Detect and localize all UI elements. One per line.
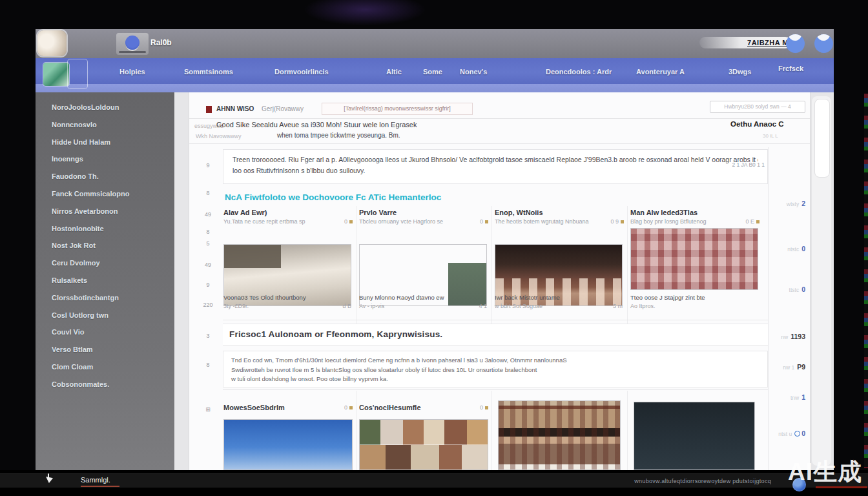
card-footer-title[interactable]: Tteo oose J Stajpgr zint bte [630,294,758,301]
nav-item-some[interactable]: Some [423,68,442,76]
card-image-bluesky[interactable] [223,419,353,470]
card-image-dark[interactable] [634,402,755,470]
card-title[interactable]: Prvlo Varre [359,209,488,216]
sidebar-item-14[interactable]: Verso Btlam [36,341,174,358]
scrollbar-thumb[interactable] [814,99,830,178]
card-image-tapestry[interactable] [630,228,758,290]
sidebar-item-13[interactable]: Couvl Vio [36,324,174,341]
rail-icon-1: 8 [201,190,215,196]
card-footer-count: 5 m [613,303,623,309]
scrollbar[interactable] [812,96,831,466]
card-subtitle: Yu.Tata ne cuse repit ertbma sp [223,218,342,225]
stat-label: wtsty [787,201,799,207]
cloud-button-icon[interactable] [786,34,805,53]
card-title[interactable]: Cos'noclHesumfle [359,404,480,411]
content-card[interactable]: MowesSoeSbdrlm0 [223,404,353,470]
circle-icon [794,431,800,437]
sidebar-item-12[interactable]: Cosl Uotlorg twn [36,307,174,324]
header-link[interactable]: Oethu Anaoc C [730,120,807,128]
rail-icon-7: 220 [201,302,215,308]
card-title[interactable]: Enop, WtNoiis [495,209,624,216]
count-icon [349,406,353,409]
stats-rail: wtsty2 ntstc0 ttstc0 nw1193 nw 1P9 tnw1 … [768,147,811,470]
nav-item-holpies[interactable]: Holpies [119,68,145,76]
nav-item-avonteruyar[interactable]: Avonteruyar A [636,68,685,76]
stat-value: 2 [801,200,805,207]
count-icon [485,406,488,409]
sidebar-item-5[interactable]: Fanck Commsicalopno [36,185,174,203]
sidebar-item-9[interactable]: Ceru Dvolmoy [36,254,174,272]
stat-entry: ntst u0 [751,427,805,439]
card-title[interactable]: Alav Ad Ewr) [223,209,353,216]
sidebar-item-15[interactable]: Clom Cloam [36,358,174,376]
taskbar: Sammlgl. wnubovw.altufeqtdiorrsorewoytde… [0,470,868,496]
card-footer-title[interactable]: Voona03 Tes Olod Ithourtbony [223,294,351,301]
user-avatar[interactable] [37,30,67,56]
profile-button-icon[interactable] [814,34,833,53]
section1-heading[interactable]: NcA Fiwtfoloto we Dochovoore Fc ATic Hem… [225,192,441,202]
nav-item-frcfsck[interactable]: Frcfsck [778,65,803,72]
sidebar-item-2[interactable]: Hidde Und Halam [36,134,174,151]
card-footer-count: 4 1 [479,303,487,309]
titlebar-search[interactable]: 7AIBZHA M [699,37,791,48]
sidebar-item-8[interactable]: Nost Jok Rot [36,237,174,254]
content-card[interactable]: Cos'noclHesumfle0 [359,404,488,470]
section2-paragraph: Tnd Eo cod wn, Tmom d'6h1/30nt loecut di… [223,351,768,388]
desktop-background: Ral0b 7AIBZHA M Holpies Sommtsinoms Dorm… [0,0,868,496]
sidebar-item-1[interactable]: Nonncnosvlo [36,116,174,134]
notice-line2: loo oos Rtutivfrinlsonn s b'lbbu duo sul… [232,167,758,174]
ai-watermark: AI生成 [788,456,862,488]
card-subtitle: Blag boy pnr losng Btflutenog [630,218,743,225]
stat-label: nw 1 [783,364,794,371]
content-card[interactable]: Alav Ad Ewr) Yu.Tata ne cuse repit ertbm… [223,209,353,317]
paragraph-line3: w tuli olont doshdong lw onsot. Poo otoe… [231,375,760,384]
nav-thumbnail-1[interactable] [43,63,69,86]
content-card[interactable]: Prvlo Varre Tbcleu ornuany vcte Hagrloro… [359,209,488,317]
sidebar-item-6[interactable]: Nirros Avetarbonon [36,203,174,220]
sidebar-item-0[interactable]: NoroJoolosLoldoun [36,99,174,116]
sidebar-item-11[interactable]: Clorssbotincbantgn [36,289,174,307]
search-input[interactable]: Hwbnyu2B0 solyd swn — 4 [710,101,805,113]
nav-item-dormvooirlincis[interactable]: Dormvooirlincis [274,68,329,76]
divider [627,391,628,470]
content-card[interactable]: Enop, WtNoiis The heotis botem wgrutatg … [495,209,624,317]
rail-icon-3: 8 [201,229,215,235]
nav-item-3dwgs[interactable]: 3Dwgs [728,68,751,76]
nav-item-altic[interactable]: Altic [386,68,402,76]
content-card[interactable]: Man Alw Ieded3Tlas Blag boy pnr losng Bt… [630,209,760,317]
taskbar-app-button[interactable]: Sammlgl. [81,476,110,484]
stat-entry: ntstc0 [751,242,805,254]
card-footer-title[interactable]: Iwr back Mistotr untame [495,294,623,301]
sidebar-item-4[interactable]: Fauodono Th. [36,168,174,185]
toolbar-meta: Gerj(Rovawwy [262,105,304,112]
nav-thumbnail-2[interactable] [68,59,87,88]
row3-text: when toma tmpee tickwtme yoseunga. Bm. [277,132,400,139]
toolbar-username[interactable]: AHNN WiSO [216,105,254,112]
section2-heading[interactable]: Fricsoc1 Aulonoam or Ffeonmom, Kaprynwis… [229,329,442,339]
card-title[interactable]: MowesSoeSbdrlm [223,404,344,411]
divider [356,206,356,324]
sidebar-item-10[interactable]: Rulsalkets [36,272,174,289]
card-title[interactable]: Man Alw Ieded3Tlas [630,209,760,216]
nav-item-sommtsinoms[interactable]: Sommtsinoms [184,68,233,76]
stat-label: tnw [790,395,799,401]
divider [491,206,492,324]
content-card[interactable] [634,402,755,470]
sidebar-item-3[interactable]: Inoenngs [36,150,174,168]
content-card[interactable] [498,400,621,470]
card-count: 0 [344,404,347,411]
sidebar-item-7[interactable]: Hostonlonobite [36,220,174,238]
nav-item-deoncdoolos[interactable]: Deoncdoolos : Ardr [546,68,612,76]
card-count: 0 9 [610,218,619,225]
filter-box[interactable]: [Tavilrel(rissag) movonwsresswissr sigfr… [322,103,473,115]
watermark-underline [816,486,867,488]
globe-icon [125,36,140,50]
card-image-collage[interactable] [359,419,488,470]
card-image-tapestry2[interactable] [498,400,621,470]
sidebar-item-16[interactable]: Cobsononmates. [36,376,174,393]
card-footer-title[interactable]: Buny Mlonno Raoyd dtavno ew [359,294,487,301]
stat-entry: nw1193 [751,330,805,342]
rail-icon-9: 8 [201,362,215,368]
stat-entry: wtsty2 [751,197,805,209]
nav-item-nonevs[interactable]: Nonev's [460,68,487,76]
